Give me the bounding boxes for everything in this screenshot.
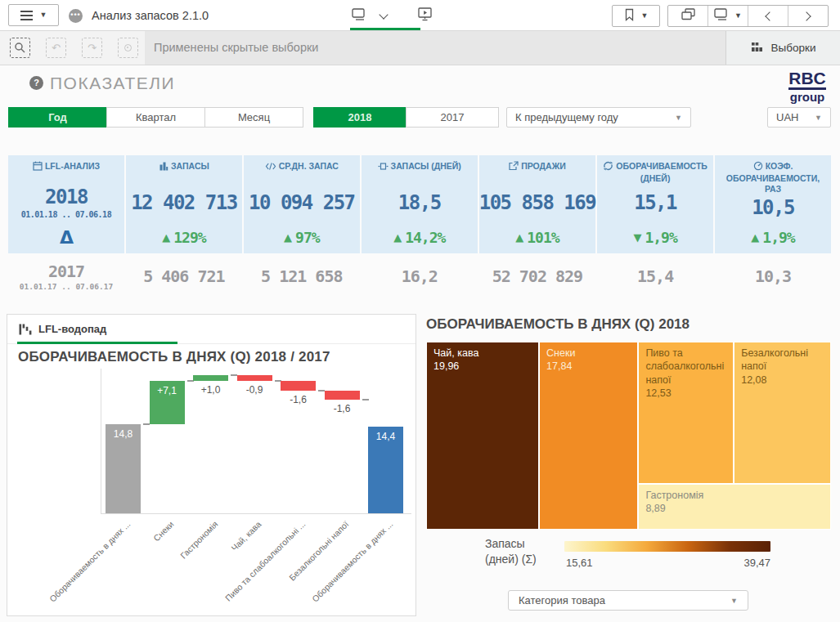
triangle-down-icon: ▼ bbox=[633, 231, 641, 244]
selections-grid-icon bbox=[751, 42, 763, 55]
hamburger-icon bbox=[20, 11, 33, 12]
sheet-overview-button[interactable] bbox=[668, 6, 707, 26]
treemap-cell-2[interactable]: Пиво та слабоалкогольні напої12,53 bbox=[638, 342, 734, 484]
kpi-delta-value: 129% bbox=[173, 229, 205, 246]
waterfall-bar-2[interactable] bbox=[193, 375, 228, 381]
kpi-column-6: КОЭФ. ОБОРАЧИВАЕМОСТИ, РАЗ10,5▲1,9%10,3 bbox=[715, 155, 831, 299]
treemap-cell-name: Гастрономія bbox=[645, 489, 824, 502]
waterfall-connector bbox=[362, 399, 369, 400]
period-button-1[interactable]: Квартал bbox=[106, 107, 205, 128]
waterfall-bar-5[interactable] bbox=[325, 391, 360, 400]
waterfall-bar-3[interactable] bbox=[237, 375, 272, 381]
bar-label: +1,0 bbox=[186, 384, 236, 396]
treemap-cell-4[interactable]: Гастрономія8,89 bbox=[638, 484, 831, 530]
kpi-column-5: ОБОРАЧИВАЕМОСТЬ (ДНЕЙ)15,1▼1,9%15,4 bbox=[597, 155, 713, 299]
kpi-previous: 201701.01.17 .. 07.06.17 bbox=[8, 253, 124, 299]
redo-selection-button[interactable]: ↷ bbox=[82, 38, 102, 58]
kpi-previous-value: 2017 bbox=[48, 262, 84, 281]
undo-icon: ↶ bbox=[52, 42, 61, 54]
tab-lfl-waterfall[interactable]: LFL-водопад bbox=[38, 323, 106, 335]
kpi-value-block: 12 402 713 bbox=[131, 181, 237, 224]
hidden-selections-message[interactable]: Применены скрытые выборки bbox=[154, 31, 318, 65]
waterfall-tabbar: LFL-водопад bbox=[7, 315, 416, 344]
x-axis-line bbox=[101, 513, 411, 514]
calendar-icon bbox=[33, 161, 43, 173]
kpi-previous-value: 5 406 721 bbox=[143, 266, 224, 286]
kpi-delta-value: 14,2% bbox=[405, 229, 445, 246]
category-dropdown[interactable]: Категория товара ▼ bbox=[508, 590, 748, 611]
selections-tool-button[interactable]: Выборки bbox=[725, 31, 840, 65]
kpi-previous-value: 5 121 658 bbox=[261, 266, 342, 286]
kpi-delta: ▲129% bbox=[162, 224, 205, 250]
smart-search-button[interactable] bbox=[10, 38, 30, 58]
story-mode-icon[interactable] bbox=[418, 7, 433, 25]
selections-toolbar: ↶ ↷ Применены скрытые выборки Выборки bbox=[0, 31, 840, 65]
sheet-dropdown-button[interactable]: ▼ bbox=[707, 6, 748, 26]
kpi-previous-value: 16,2 bbox=[402, 266, 438, 286]
kpi-delta: ▼1,9% bbox=[633, 224, 676, 250]
period-button-2[interactable]: Месяц bbox=[204, 107, 303, 128]
cycle-icon bbox=[603, 161, 613, 173]
year-button-1[interactable]: 2017 bbox=[406, 107, 499, 128]
next-sheet-button[interactable] bbox=[788, 6, 828, 26]
active-tab-underline bbox=[17, 342, 177, 344]
x-axis-label: Гастрономія bbox=[125, 519, 219, 613]
chevron-down-icon: ▼ bbox=[40, 11, 47, 19]
kpi-table: LFL-АНАЛИЗ201801.01.18 .. 07.06.18Δ20170… bbox=[8, 155, 831, 299]
redo-icon: ↷ bbox=[88, 42, 97, 54]
kpi-delta-value: 1,9% bbox=[762, 229, 794, 246]
help-icon[interactable]: ? bbox=[29, 76, 43, 90]
treemap-cell-3[interactable]: Безалкогольні напої12,08 bbox=[734, 342, 831, 484]
kpi-label: ЗАПАСЫ bbox=[171, 161, 209, 171]
treemap-panel: ОБОРАЧИВАЕМОСТЬ В ДНЯХ (Q) 2018 Чай, кав… bbox=[421, 314, 831, 622]
triangle-up-icon: ▲ bbox=[284, 231, 292, 244]
kpi-value-block: 18,5 bbox=[398, 181, 441, 224]
waterfall-bar-4[interactable] bbox=[281, 381, 316, 391]
category-dropdown-label: Категория товара bbox=[519, 594, 605, 606]
clear-selections-button[interactable] bbox=[118, 38, 138, 58]
kpi-previous: 16,2 bbox=[362, 253, 478, 299]
global-menu-button[interactable]: ▼ bbox=[8, 4, 59, 26]
kpi-label: ЗАПАСЫ (ДНЕЙ) bbox=[391, 161, 461, 171]
kpi-delta: ▲1,9% bbox=[751, 224, 794, 250]
chevron-down-icon: ▼ bbox=[730, 597, 738, 605]
chevron-down-icon: ▼ bbox=[641, 12, 649, 20]
kpi-delta: ▲14,2% bbox=[393, 224, 445, 250]
undo-selection-button[interactable]: ↶ bbox=[46, 38, 66, 58]
kpi-value-block: 105 858 169 bbox=[479, 181, 595, 224]
waterfall-bar-1[interactable]: +7,1 bbox=[150, 381, 185, 423]
qlik-dashboard: ▼ ••• Анализ запасов 2.1.0 ▼ ▼ bbox=[0, 0, 840, 622]
triangle-up-icon: ▲ bbox=[751, 231, 759, 244]
treemap-cell-name: Чай, кава bbox=[433, 347, 532, 360]
rbc-group-logo: RBC group bbox=[784, 69, 831, 103]
legend-gradient-bar bbox=[564, 541, 770, 552]
waterfall-bar-6[interactable]: 14,4 bbox=[368, 427, 403, 513]
currency-value: UAH bbox=[776, 111, 798, 123]
top-bar: ▼ ••• Анализ запасов 2.1.0 ▼ ▼ bbox=[0, 0, 840, 31]
sheet-chevron-down-icon[interactable] bbox=[379, 10, 388, 19]
x-axis-label: Оборачиваемость в днях ... bbox=[300, 519, 394, 613]
comparison-value: К предыдущему году bbox=[515, 111, 618, 123]
kpi-column-3: ЗАПАСЫ (ДНЕЙ)18,5▲14,2%16,2 bbox=[362, 155, 478, 299]
currency-dropdown[interactable]: UAH ▼ bbox=[767, 107, 831, 128]
kpi-value: 12 402 713 bbox=[131, 191, 237, 214]
comparison-dropdown[interactable]: К предыдущему году ▼ bbox=[506, 107, 691, 128]
kpi-value: 15,1 bbox=[634, 191, 676, 214]
logo-line2: group bbox=[784, 91, 831, 103]
year-button-0[interactable]: 2018 bbox=[313, 107, 407, 128]
treemap-cell-value: 12,53 bbox=[645, 387, 726, 400]
treemap-cell-1[interactable]: Снеки17,84 bbox=[539, 342, 638, 530]
x-axis-label: Снеки bbox=[82, 519, 176, 613]
stock-days-icon bbox=[378, 162, 389, 173]
x-axis-label: Оборачиваемость в днях ... bbox=[38, 519, 132, 613]
current-sheet-icon[interactable] bbox=[352, 8, 367, 25]
waterfall-bar-0[interactable]: 14,8 bbox=[106, 424, 141, 513]
treemap-cell-0[interactable]: Чай, кава19,96 bbox=[426, 342, 539, 530]
prev-sheet-button[interactable] bbox=[748, 6, 788, 26]
period-button-0[interactable]: Год bbox=[8, 107, 107, 128]
selections-label: Выборки bbox=[771, 42, 816, 54]
kpi-value: 2018 bbox=[45, 186, 88, 208]
kpi-previous-value: 52 702 829 bbox=[492, 266, 582, 286]
bookmarks-button[interactable]: ▼ bbox=[612, 5, 660, 27]
kpi-value: 105 858 169 bbox=[479, 191, 595, 214]
